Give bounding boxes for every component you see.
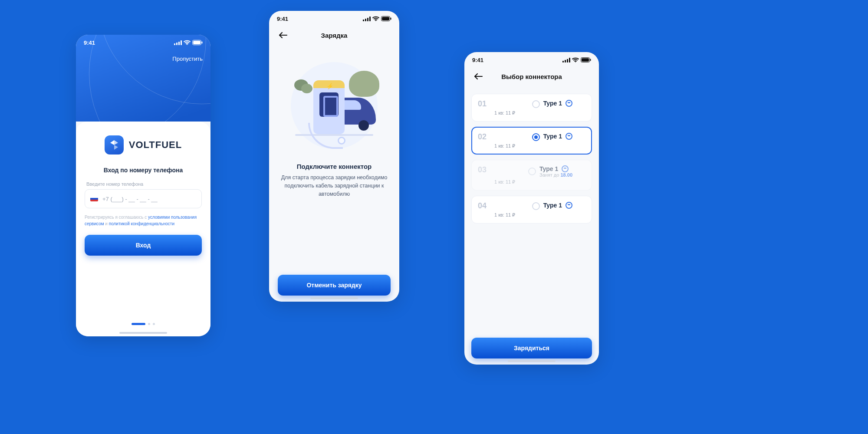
charging-screen: 9:41 Зарядка ⚡ Подключите коннектор Д [269, 11, 399, 302]
screen-header: Зарядка [269, 26, 399, 46]
radio-indicator [532, 100, 540, 108]
connector-option[interactable]: 02Type 11 кв: 11 ₽ [471, 127, 592, 155]
page-dots [132, 323, 155, 330]
connector-body: 01Type 11 кв: 11 ₽02Type 11 кв: 11 ₽03Ty… [464, 88, 599, 365]
connector-option: 03Type 1Занят до 18.001 кв: 11 ₽ [471, 160, 592, 191]
brand: VOLTFUEL [85, 135, 202, 155]
flag-ru-icon [90, 196, 98, 201]
signal-icon [363, 16, 371, 21]
status-icons [363, 16, 391, 21]
phone-mask: +7 (___) - __ - __ - __ [102, 196, 158, 202]
connector-list: 01Type 11 кв: 11 ₽02Type 11 кв: 11 ₽03Ty… [471, 94, 592, 224]
header-title: Зарядка [321, 32, 348, 39]
privacy-link[interactable]: политикой конфиденциальности [109, 221, 174, 226]
connector-busy: Занят до 18.00 [539, 172, 572, 178]
connector-name: Type 1 [539, 165, 572, 172]
status-bar: 9:41 [464, 52, 599, 68]
plug-icon [338, 137, 345, 145]
svg-rect-8 [363, 20, 364, 21]
status-time: 9:41 [84, 39, 95, 46]
svg-rect-10 [367, 18, 368, 21]
connector-name: Type 1 [543, 202, 572, 209]
login-hero: 9:41 Пропустить [76, 35, 210, 122]
login-button[interactable]: Вход [85, 235, 202, 256]
svg-point-12 [375, 20, 376, 21]
svg-rect-1 [176, 43, 178, 45]
svg-point-20 [575, 62, 576, 62]
page-dot[interactable] [148, 323, 150, 325]
cancel-charge-button[interactable]: Отменить зарядку [278, 275, 391, 296]
wifi-icon [184, 40, 191, 45]
brand-name: VOLTFUEL [129, 139, 182, 151]
login-screen: 9:41 Пропустить VOLTFUEL Вход по номеру [76, 35, 210, 336]
home-indicator [310, 297, 358, 299]
consent-mid: и [104, 221, 109, 226]
svg-rect-14 [382, 17, 389, 20]
connector-type-icon [566, 202, 572, 209]
connector-type-icon [566, 133, 572, 140]
radio-indicator [528, 168, 536, 175]
svg-rect-11 [369, 16, 371, 21]
page-dot[interactable] [153, 323, 155, 325]
battery-icon [381, 16, 391, 21]
connector-price: 1 кв: 11 ₽ [494, 179, 536, 185]
signal-icon [174, 40, 182, 45]
svg-rect-23 [590, 59, 591, 61]
status-icons [562, 57, 591, 62]
start-charge-button[interactable]: Зарядиться [471, 338, 592, 358]
connector-number: 01 [478, 99, 491, 108]
status-time: 9:41 [277, 16, 288, 22]
status-bar: 9:41 [76, 35, 210, 50]
connector-screen: 9:41 Выбор коннектора 01Type 11 кв: 11 ₽… [464, 52, 599, 365]
home-indicator [119, 332, 167, 334]
status-icons [174, 40, 203, 45]
svg-rect-0 [174, 43, 175, 45]
login-subtitle: Вход по номеру телефона [85, 167, 202, 174]
radio-indicator [532, 133, 540, 141]
svg-rect-17 [565, 60, 566, 62]
arrow-left-icon [473, 72, 483, 80]
connector-option[interactable]: 01Type 11 кв: 11 ₽ [471, 94, 592, 122]
skip-button[interactable]: Пропустить [172, 56, 203, 62]
connector-type-icon [562, 165, 569, 172]
bolt-icon: ⚡ [326, 83, 333, 89]
signal-icon [562, 58, 570, 62]
connector-price: 1 кв: 11 ₽ [494, 212, 540, 218]
instruction-title: Подключите коннектор [278, 163, 391, 170]
connector-price: 1 кв: 11 ₽ [494, 143, 540, 149]
svg-rect-15 [391, 18, 391, 20]
connector-name: Type 1 [543, 133, 572, 140]
charging-body: ⚡ Подключите коннектор Для старта процес… [269, 46, 399, 302]
charging-illustration: ⚡ [286, 58, 382, 153]
connector-type-icon [566, 100, 572, 107]
battery-icon [192, 40, 203, 45]
consent-text: Регистрируясь я соглашаюсь с условиями п… [85, 214, 202, 227]
svg-rect-18 [567, 59, 568, 62]
connector-price: 1 кв: 11 ₽ [494, 110, 540, 116]
page-dot[interactable] [132, 323, 145, 325]
header-title: Выбор коннектора [501, 73, 562, 80]
back-button[interactable] [471, 69, 485, 83]
back-button[interactable] [276, 28, 290, 42]
connector-number: 02 [478, 132, 491, 141]
wifi-icon [372, 16, 379, 21]
svg-rect-19 [569, 58, 570, 62]
screen-header: Выбор коннектора [464, 68, 599, 88]
instruction-text: Для старта процесса зарядки необходимо п… [278, 174, 391, 198]
svg-rect-6 [193, 41, 201, 44]
svg-rect-22 [582, 58, 589, 62]
connector-number: 03 [478, 165, 491, 174]
svg-rect-2 [178, 42, 180, 45]
home-indicator [508, 360, 556, 362]
status-bar: 9:41 [269, 11, 399, 26]
svg-rect-3 [181, 40, 182, 45]
connector-name: Type 1 [543, 100, 572, 107]
svg-rect-9 [365, 19, 366, 21]
radio-indicator [532, 202, 540, 210]
wifi-icon [572, 57, 579, 62]
connector-option[interactable]: 04Type 11 кв: 11 ₽ [471, 196, 592, 224]
arrow-left-icon [278, 31, 288, 39]
consent-pre: Регистрируясь я соглашаюсь с [85, 215, 148, 220]
phone-input[interactable]: +7 (___) - __ - __ - __ [85, 189, 202, 208]
connector-number: 04 [478, 201, 491, 210]
